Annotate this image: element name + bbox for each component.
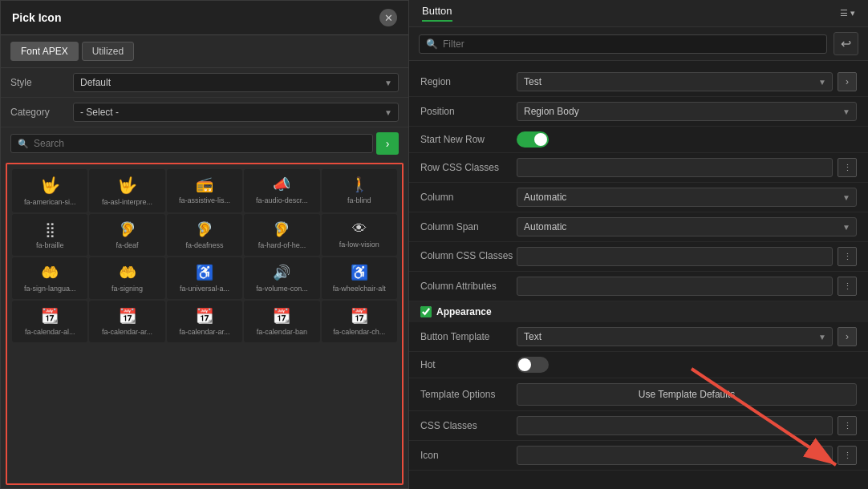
search-go-button[interactable]: › [376,132,399,155]
icon-fa-deaf: 🦻 [119,220,136,238]
button-template-select-wrapper: Text ▼ [517,327,833,346]
icon-fa-calendar-ch: 📆 [351,307,368,325]
list-item[interactable]: ♿ fa-universal-a... [167,257,242,299]
icon-fa-wheelchair-alt: ♿ [351,264,368,281]
list-item[interactable]: 🤲 fa-signing [89,257,164,299]
column-span-label: Column Span [420,221,517,232]
column-css-classes-list-button[interactable]: ⋮ [838,247,857,266]
row-css-classes-list-button[interactable]: ⋮ [838,158,857,177]
position-row: Position Region Body ▼ [409,97,868,127]
icon-fa-universal-access: ♿ [196,264,213,281]
menu-icon[interactable]: ☰ ▾ [840,8,855,18]
list-item[interactable]: 🦻 fa-deaf [89,214,164,256]
button-template-row: Button Template Text ▼ › [409,322,868,352]
undo-button[interactable]: ↩ [834,32,858,55]
icon-fa-blind: 🚶 [351,176,368,193]
list-item[interactable]: ♿ fa-wheelchair-alt [322,257,397,299]
column-select-wrapper: Automatic ▼ [517,188,857,207]
icon-fa-assistive: 📻 [196,176,213,193]
region-expand-button[interactable]: › [838,72,857,91]
list-item[interactable]: 👁 fa-low-vision [322,214,397,256]
tab-font-apex[interactable]: Font APEX [10,42,79,61]
start-new-row-toggle[interactable] [517,131,549,148]
list-item[interactable]: 🚶 fa-blind [322,169,397,212]
css-classes-list-button[interactable]: ⋮ [838,416,857,435]
right-panel: Button ☰ ▾ 🔍 ↩ Region Test [409,0,868,489]
list-item[interactable]: 📆 fa-calendar-ar... [89,301,164,342]
icon-fa-sign-language: 🤲 [41,264,59,281]
column-attributes-value: ⋮ [517,277,857,296]
icon-list-button[interactable]: ⋮ [838,446,857,465]
column-select[interactable]: Automatic [517,188,857,207]
filter-input-wrapper: 🔍 [419,34,827,54]
css-classes-label: CSS Classes [420,420,517,431]
filter-input[interactable] [443,38,820,50]
list-item[interactable]: 🤟 fa-american-si... [12,169,87,212]
icon-label: fa-signing [112,285,143,293]
column-row: Column Automatic ▼ [409,183,868,212]
icons-grid-container: 🤟 fa-american-si... 🤟 fa-asl-interpre...… [6,163,404,485]
hot-toggle[interactable] [517,357,549,373]
position-label: Position [420,106,517,117]
row-css-classes-label: Row CSS Classes [420,162,517,173]
icon-row: Icon ⋮ [409,441,868,471]
region-select[interactable]: Test [517,72,833,91]
template-options-value: Use Template Defaults [517,383,857,406]
pick-icon-title: Pick Icon [12,11,61,24]
tab-utilized[interactable]: Utilized [82,42,134,61]
list-item[interactable]: 🦻 fa-hard-of-he... [244,214,319,256]
list-item[interactable]: ⣿ fa-braille [12,214,87,256]
icon-label: Icon [420,450,517,461]
column-attributes-input[interactable] [517,277,833,296]
hot-label: Hot [420,359,517,370]
icon-label: fa-low-vision [339,240,379,249]
list-item[interactable]: 📆 fa-calendar-al... [12,301,87,342]
column-attributes-list-button[interactable]: ⋮ [838,277,857,296]
style-select[interactable]: Default [73,73,399,92]
hot-toggle-knob [518,358,531,371]
template-options-row: Template Options Use Template Defaults [409,378,868,411]
column-css-classes-row: Column CSS Classes ⋮ [409,242,868,272]
column-value: Automatic ▼ [517,188,857,207]
template-options-button[interactable]: Use Template Defaults [517,383,857,406]
icon-label: fa-american-si... [24,198,76,206]
search-input[interactable] [34,138,366,149]
appearance-section-header: Appearance [409,301,868,322]
close-button[interactable]: ✕ [379,9,397,26]
position-select[interactable]: Region Body [517,102,857,121]
icon-input[interactable] [517,446,833,465]
column-css-classes-input[interactable] [517,247,833,266]
list-item[interactable]: 🤲 fa-sign-langua... [12,257,87,299]
position-value: Region Body ▼ [517,102,857,121]
list-item[interactable]: 🦻 fa-deafness [167,214,242,256]
category-select[interactable]: - Select - [73,103,399,122]
list-item[interactable]: 📆 fa-calendar-ban [244,301,319,342]
list-item[interactable]: 📆 fa-calendar-ar... [167,301,242,342]
search-row: 🔍 › [1,127,408,160]
button-tab[interactable]: Button [422,5,452,22]
icon-label: fa-deaf [116,241,139,249]
css-classes-row: CSS Classes ⋮ [409,411,868,441]
list-item[interactable]: 📣 fa-audio-descr... [244,169,319,212]
icon-fa-calendar-ban: 📆 [273,307,290,325]
column-span-select[interactable]: Automatic [517,217,857,236]
list-item[interactable]: 🤟 fa-asl-interpre... [89,169,164,212]
list-item[interactable]: 📆 fa-calendar-ch... [322,301,397,342]
row-css-classes-input[interactable] [517,158,833,177]
list-item[interactable]: 📻 fa-assistive-lis... [167,169,242,212]
css-classes-value: ⋮ [517,416,857,435]
list-item[interactable]: 🔊 fa-volume-con... [244,257,319,299]
right-panel-wrapper: Button ☰ ▾ 🔍 ↩ Region Test [409,0,868,489]
icon-label: fa-deafness [185,241,223,249]
icon-fa-asl: 🤟 [117,176,137,195]
column-span-value: Automatic ▼ [517,217,857,236]
column-css-classes-value: ⋮ [517,247,857,266]
icon-label: fa-calendar-ban [257,328,307,336]
appearance-checkbox[interactable] [420,306,432,317]
start-new-row-value [517,131,857,148]
icon-fa-calendar-al: 📆 [41,307,59,325]
icon-label: fa-calendar-ar... [102,328,152,336]
button-template-expand-button[interactable]: › [838,327,857,346]
button-template-select[interactable]: Text [517,327,833,346]
css-classes-input[interactable] [517,416,833,435]
